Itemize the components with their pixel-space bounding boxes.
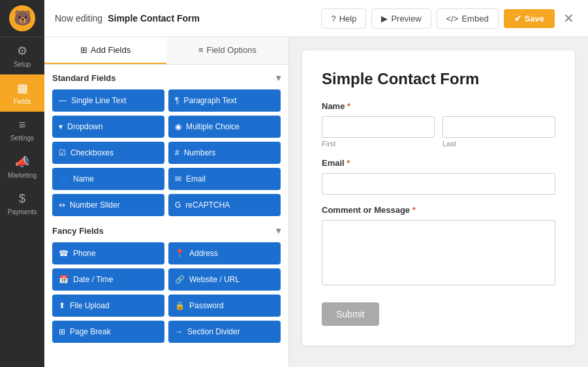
name-field-group: Name * First Last [322, 101, 555, 148]
main-area: Now editing Simple Contact Form ? Help ▶… [44, 0, 588, 367]
field-single-line-text[interactable]: — Single Line Text [52, 89, 164, 112]
password-icon: 🔒 [175, 301, 185, 310]
email-required: * [347, 158, 350, 168]
add-fields-icon: ⊞ [80, 45, 87, 55]
submit-button[interactable]: Submit [322, 302, 379, 326]
recaptcha-icon: G [175, 200, 181, 210]
close-button[interactable]: ✕ [560, 7, 578, 29]
standard-fields-chevron[interactable]: ▾ [276, 72, 281, 83]
setup-icon: ⚙ [17, 44, 27, 58]
preview-icon: ▶ [381, 14, 388, 24]
field-checkboxes[interactable]: ☑ Checkboxes [52, 142, 164, 164]
name-required: * [347, 101, 350, 111]
field-section-divider[interactable]: → Section Divider [168, 321, 281, 343]
form-card: Simple Contact Form Name * First [302, 50, 575, 345]
standard-fields-section: Standard Fields ▾ — Single Line Text ¶ P… [44, 65, 288, 360]
editing-prefix: Now editing [55, 13, 102, 24]
header-right: ? Help ▶ Preview </> Embed ✔ Save ✕ [321, 7, 578, 29]
standard-fields-header: Standard Fields ▾ [52, 72, 281, 83]
save-button[interactable]: ✔ Save [504, 9, 555, 28]
address-icon: 📍 [175, 249, 185, 258]
field-numbers[interactable]: # Numbers [168, 142, 281, 164]
last-name-input[interactable] [442, 116, 555, 138]
field-email[interactable]: ✉ Email [168, 168, 281, 190]
form-name: Simple Contact Form [108, 13, 200, 24]
field-password[interactable]: 🔒 Password [168, 295, 281, 317]
fields-icon: ▦ [17, 81, 28, 95]
sidebar-item-payments-label: Payments [8, 208, 37, 215]
divider-icon: → [175, 327, 183, 336]
email-icon: ✉ [175, 174, 181, 184]
sidebar-item-fields[interactable]: ▦ Fields [0, 74, 44, 112]
dropdown-icon: ▾ [59, 122, 63, 131]
field-recaptcha[interactable]: G reCAPTCHA [168, 194, 281, 216]
sidebar-item-payments[interactable]: $ Payments [0, 185, 44, 222]
numbers-icon: # [175, 148, 179, 157]
field-page-break[interactable]: ⊞ Page Break [52, 321, 164, 343]
sidebar-item-fields-label: Fields [14, 98, 31, 105]
email-field-group: Email * [322, 158, 555, 195]
field-dropdown[interactable]: ▾ Dropdown [52, 116, 164, 138]
preview-button[interactable]: ▶ Preview [371, 8, 431, 29]
multiple-choice-icon: ◉ [175, 122, 181, 131]
sidebar-item-marketing-label: Marketing [8, 172, 37, 179]
name-label: Name * [322, 101, 555, 111]
standard-fields-grid: — Single Line Text ¶ Paragraph Text ▾ Dr… [52, 89, 281, 216]
sidebar-item-setup[interactable]: ⚙ Setup [0, 37, 44, 74]
checkboxes-icon: ☑ [59, 148, 66, 157]
sidebar-item-marketing[interactable]: 📣 Marketing [0, 148, 44, 185]
field-phone[interactable]: ☎ Phone [52, 242, 164, 264]
last-name-col: Last [442, 116, 555, 148]
sidebar-item-settings-label: Settings [10, 135, 34, 142]
first-name-sub: First [322, 140, 435, 148]
sidebar-logo: 🐻 [0, 0, 44, 37]
email-input[interactable] [322, 173, 555, 195]
close-icon: ✕ [563, 11, 574, 25]
sidebar-item-settings[interactable]: ≡ Settings [0, 112, 44, 148]
datetime-icon: 📅 [59, 275, 69, 284]
field-paragraph-text[interactable]: ¶ Paragraph Text [168, 89, 281, 112]
field-file-upload[interactable]: ⬆ File Upload [52, 295, 164, 317]
last-name-sub: Last [442, 140, 555, 148]
fancy-fields-label: Fancy Fields [52, 226, 104, 236]
help-icon: ? [331, 14, 335, 24]
field-number-slider[interactable]: ⇔ Number Slider [52, 194, 164, 216]
form-preview-panel: Simple Contact Form Name * First [289, 37, 588, 367]
tab-add-fields[interactable]: ⊞ Add Fields [44, 37, 166, 64]
marketing-icon: 📣 [15, 155, 29, 169]
panel-tabs: ⊞ Add Fields ≡ Field Options [44, 37, 288, 65]
embed-icon: </> [446, 14, 459, 24]
comment-textarea[interactable] [322, 220, 555, 285]
first-name-col: First [322, 116, 435, 148]
slider-icon: ⇔ [59, 200, 65, 210]
first-name-input[interactable] [322, 116, 435, 138]
comment-label: Comment or Message * [322, 205, 555, 215]
page-break-icon: ⊞ [59, 327, 65, 336]
field-multiple-choice[interactable]: ◉ Multiple Choice [168, 116, 281, 138]
upload-icon: ⬆ [59, 301, 65, 310]
single-line-icon: — [59, 96, 67, 105]
header-left: Now editing Simple Contact Form [55, 13, 200, 24]
tab-field-options[interactable]: ≡ Field Options [166, 37, 288, 64]
sidebar-item-setup-label: Setup [14, 61, 31, 68]
header: Now editing Simple Contact Form ? Help ▶… [44, 0, 588, 37]
comment-required: * [412, 205, 416, 215]
standard-fields-label: Standard Fields [52, 73, 116, 83]
paragraph-icon: ¶ [175, 96, 179, 105]
body: ⊞ Add Fields ≡ Field Options Standard Fi… [44, 37, 588, 367]
settings-icon: ≡ [19, 118, 26, 132]
phone-icon: ☎ [59, 249, 69, 258]
help-button[interactable]: ? Help [321, 8, 366, 29]
fancy-fields-chevron[interactable]: ▾ [276, 225, 281, 236]
comment-field-group: Comment or Message * [322, 205, 555, 288]
field-datetime[interactable]: 📅 Date / Time [52, 268, 164, 291]
embed-button[interactable]: </> Embed [437, 8, 499, 29]
checkmark-icon: ✔ [514, 14, 521, 24]
field-website-url[interactable]: 🔗 Website / URL [168, 268, 281, 291]
fancy-fields-header: Fancy Fields ▾ [52, 225, 281, 236]
field-address[interactable]: 📍 Address [168, 242, 281, 264]
name-row: First Last [322, 116, 555, 148]
bear-icon: 🐻 [9, 5, 35, 31]
field-name[interactable]: 👤 Name [52, 168, 164, 190]
email-label: Email * [322, 158, 555, 168]
